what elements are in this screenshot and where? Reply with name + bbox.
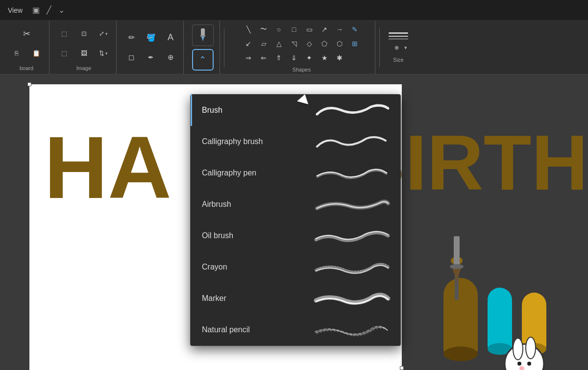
illustration-svg xyxy=(421,197,568,370)
drawing-tools-section: ✏ 🪣 A ◻ ✒ ⊕ xyxy=(119,21,184,74)
shape-right-triangle[interactable]: ◹ xyxy=(287,37,301,50)
cut-button[interactable]: ✂ xyxy=(18,25,35,43)
shape-arrow-down[interactable]: ⇓ xyxy=(287,51,301,65)
window-icon: ▣ xyxy=(32,5,40,15)
magnify-button[interactable]: ⊕ xyxy=(162,49,179,66)
resize-button[interactable]: ⤢▾ xyxy=(95,25,112,43)
image-section: ⬚ ⊡ ⤢▾ ⬚ 🖼 ⇅▾ Image xyxy=(51,21,117,74)
shape-arrow-left[interactable]: ⇐ xyxy=(256,51,271,65)
brush-icon-button[interactable] xyxy=(192,25,214,46)
brush-preview-brush xyxy=(312,99,391,121)
svg-point-19 xyxy=(517,362,521,366)
brush-preview-oil-brush xyxy=(312,225,391,247)
clipboard-section: ✂ ⎘ 📋 board xyxy=(4,21,49,74)
fill-button[interactable]: 🪣 xyxy=(142,29,160,47)
flip-button[interactable]: ⇅▾ xyxy=(95,45,112,62)
airbrush-label: Airbrush xyxy=(202,200,231,209)
brush-section: ⌃ xyxy=(186,21,220,74)
shape-star6[interactable]: ✱ xyxy=(332,51,347,65)
shape-arrow-up[interactable]: ⇑ xyxy=(271,51,286,65)
svg-rect-8 xyxy=(488,300,512,349)
svg-point-17 xyxy=(526,337,536,359)
marker-label: Marker xyxy=(202,294,226,303)
svg-point-20 xyxy=(527,362,531,366)
brush-option[interactable]: Brush xyxy=(191,95,400,126)
marker-option[interactable]: Marker xyxy=(191,283,400,314)
shape-arrow-sw[interactable]: ↙ xyxy=(241,37,256,50)
select2-button[interactable]: ⬚ xyxy=(55,45,73,62)
shape-rect[interactable]: □ xyxy=(287,23,301,36)
oil-brush-label: Oil brush xyxy=(202,231,233,240)
shape-pentagon[interactable]: ⬠ xyxy=(317,37,332,50)
shape-triangle[interactable]: △ xyxy=(271,37,286,50)
svg-point-16 xyxy=(513,338,523,360)
airbrush-option[interactable]: Airbrush xyxy=(191,189,400,220)
svg-rect-13 xyxy=(454,236,460,266)
natural-pencil-option[interactable]: Natural pencil xyxy=(191,314,400,345)
select-button[interactable]: ⬚ xyxy=(55,25,73,43)
brush-preview-calligraphy-pen xyxy=(312,162,391,184)
divider-1 xyxy=(224,28,224,67)
brush-preview-marker xyxy=(312,288,391,309)
copy-button[interactable]: ⎘ xyxy=(8,45,25,62)
brush-svg xyxy=(196,27,210,43)
calligraphy-pen-label: Calligraphy pen xyxy=(202,169,256,177)
shape-wave[interactable]: 〜 xyxy=(256,23,271,36)
svg-point-4 xyxy=(443,346,478,361)
brush-preview-airbrush xyxy=(312,194,391,215)
size-label: Size xyxy=(393,57,403,63)
brush-label: Brush xyxy=(202,106,222,115)
eraser-button[interactable]: ◻ xyxy=(122,49,140,66)
resize-handle-br[interactable] xyxy=(400,366,404,370)
brush-dropdown-menu: Brush Calligraphy brush Calligraphy pen … xyxy=(190,94,401,346)
size-options-button[interactable]: ⊕ xyxy=(390,41,403,55)
image-label: Image xyxy=(76,65,92,71)
crayon-label: Crayon xyxy=(202,263,227,271)
canvas-text-left: HA xyxy=(44,123,172,212)
paste-button[interactable]: 📋 xyxy=(27,45,45,62)
calligraphy-brush-option[interactable]: Calligraphy brush xyxy=(191,126,400,157)
rotate-button[interactable]: 🖼 xyxy=(75,45,93,62)
crayon-option[interactable]: Crayon xyxy=(191,251,400,283)
view-menu-item[interactable]: View xyxy=(8,6,23,14)
shape-star4[interactable]: ✦ xyxy=(302,51,317,65)
shape-arrow-right[interactable]: ⇒ xyxy=(241,51,256,65)
brush-preview-crayon xyxy=(312,256,391,278)
shape-line[interactable]: ╲ xyxy=(241,23,256,36)
shape-arrow-ne[interactable]: ↗ xyxy=(317,23,332,36)
oil-brush-option[interactable]: Oil brush xyxy=(191,220,400,251)
birthday-illustration xyxy=(421,197,568,370)
resize-handle-tl[interactable] xyxy=(27,82,31,86)
shape-more[interactable] xyxy=(347,51,362,65)
pencil-button[interactable]: ✏ xyxy=(122,29,140,47)
svg-point-14 xyxy=(450,264,464,269)
calligraphy-pen-option[interactable]: Calligraphy pen xyxy=(191,157,400,189)
divider-2 xyxy=(379,28,380,67)
title-bar-icons: ▣ ╱ ⌄ xyxy=(32,5,65,15)
eyedropper-button[interactable]: ✒ xyxy=(142,49,160,66)
shape-rounded-rect[interactable]: ▭ xyxy=(302,23,317,36)
size-section: ⊕ ▾ Size xyxy=(384,21,413,74)
brush-preview-natural-pencil xyxy=(312,319,391,341)
clipboard-label: board xyxy=(20,65,33,71)
shape-star5[interactable]: ★ xyxy=(317,51,332,65)
crop-button[interactable]: ⊡ xyxy=(75,25,93,43)
shape-parallelogram[interactable]: ▱ xyxy=(256,37,271,50)
text-button[interactable]: A xyxy=(162,29,179,47)
svg-rect-1 xyxy=(200,35,205,37)
brush-dropdown-button[interactable]: ⌃ xyxy=(192,49,214,71)
shape-options[interactable]: ⊞ xyxy=(347,37,362,50)
shape-diamond[interactable]: ◇ xyxy=(302,37,317,50)
svg-rect-0 xyxy=(201,28,205,36)
shapes-label: Shapes xyxy=(293,67,311,73)
shape-circle[interactable]: ○ xyxy=(271,23,286,36)
size-line-thick xyxy=(389,32,408,34)
shape-hexagon[interactable]: ⬡ xyxy=(332,37,347,50)
shapes-grid: ╲ 〜 ○ □ ▭ ↗ → ✎ ↙ ▱ △ ◹ ◇ ⬠ ⬡ ⊞ ⇒ ⇐ ⇑ ⇓ … xyxy=(241,23,362,65)
chevron-icon: ⌄ xyxy=(58,5,65,15)
size-line-thin xyxy=(389,39,408,39)
svg-rect-3 xyxy=(443,295,478,354)
brush-preview-calligraphy-brush xyxy=(312,131,391,152)
shape-arrow-e[interactable]: → xyxy=(332,23,347,36)
shape-edit[interactable]: ✎ xyxy=(347,23,362,36)
